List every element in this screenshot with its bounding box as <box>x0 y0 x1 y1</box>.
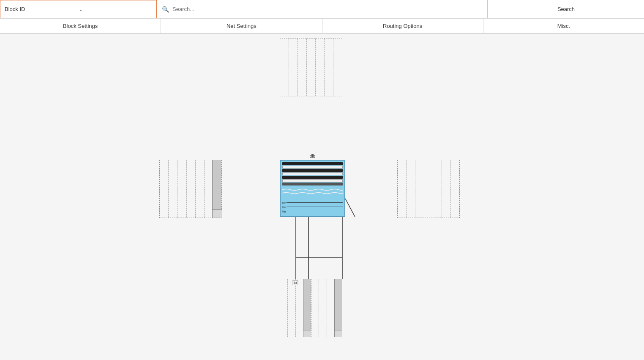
bottom-right-sub-block: io <box>311 279 342 337</box>
inner-col-5 <box>316 38 325 96</box>
block-id-dropdown[interactable]: Block ID ⌄ <box>0 0 157 18</box>
tab-bar: Block Settings Net Settings Routing Opti… <box>0 19 644 34</box>
stripe-2 <box>282 166 343 169</box>
inner-col-3 <box>298 38 307 96</box>
svg-line-3 <box>345 199 355 217</box>
bottom-right-gray-bar <box>334 279 342 337</box>
left-block: io <box>159 160 222 218</box>
block-id-label: Block ID <box>5 6 79 12</box>
wavy-row-2 <box>282 189 343 192</box>
center-main-block: dlb tie <box>280 160 345 217</box>
inner-col-4 <box>307 38 316 96</box>
top-center-inner-cols <box>280 38 342 96</box>
search-button[interactable]: Search <box>488 0 644 18</box>
inner-col-6 <box>325 38 333 96</box>
inner-col-2 <box>289 38 298 96</box>
stripe-3 <box>282 169 343 172</box>
left-block-gray-bar <box>212 160 221 218</box>
tab-misc[interactable]: Misc. <box>483 19 644 33</box>
stripe-1 <box>282 162 343 165</box>
bottom-left-gray-bar <box>303 279 311 337</box>
stripe-7 <box>282 183 343 185</box>
search-input[interactable] <box>172 6 482 12</box>
top-center-block <box>280 38 342 96</box>
search-icon: 🔍 <box>162 6 169 13</box>
bottom-left-gray-bar-bottom <box>303 330 311 337</box>
tie-area: tie tie tie <box>281 200 344 214</box>
top-bar: Block ID ⌄ 🔍 Search <box>0 0 644 19</box>
stripe-4 <box>282 172 343 175</box>
canvas-area: io dlb <box>0 34 644 360</box>
stripe-6 <box>282 179 343 182</box>
inner-col-7 <box>333 38 342 96</box>
bottom-right-gray-bar-bottom <box>335 330 342 337</box>
inner-col-1 <box>280 38 289 96</box>
bottom-left-sub-block: io <box>280 279 311 337</box>
tab-routing-options[interactable]: Routing Options <box>322 19 483 33</box>
tie-row-2: tie <box>282 205 343 209</box>
tab-net-settings[interactable]: Net Settings <box>161 19 322 33</box>
tie-row-1: tie <box>282 201 343 205</box>
right-block <box>397 160 460 218</box>
wavy-row-1 <box>282 186 343 189</box>
stripe-5 <box>282 176 343 179</box>
stripe-area <box>281 161 344 200</box>
center-block-label: dlb <box>310 154 315 158</box>
search-bar: 🔍 <box>157 0 488 18</box>
left-block-gray-bar-bottom <box>213 209 222 218</box>
bottom-left-io-label: io <box>292 280 298 285</box>
tie-row-3: tie <box>282 210 343 213</box>
chevron-down-icon: ⌄ <box>79 6 153 12</box>
tab-block-settings[interactable]: Block Settings <box>0 19 161 33</box>
